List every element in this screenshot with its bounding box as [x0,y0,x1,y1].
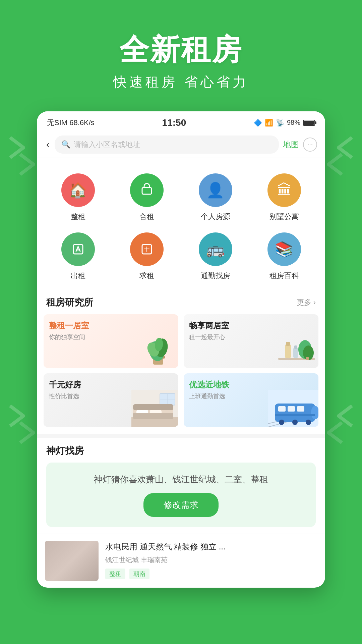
edit-requirements-button[interactable]: 修改需求 [143,493,219,517]
research-card-2[interactable]: 畅享两居室 租一起最开心 [184,314,318,368]
research-card-2-subtitle: 租一起最开心 [189,333,313,341]
research-card-1-subtitle: 你的独享空间 [49,333,173,341]
research-section-header: 租房研究所 更多 › [37,289,325,314]
search-input[interactable]: 请输入小区名或地址 [74,140,140,150]
wifi-icon: 📡 [276,119,284,127]
phone-screen: 无SIM 68.6K/s 11:50 🔷 📶 📡 98% ‹ 🔍 请输入小区名或… [37,111,325,588]
listing-item[interactable]: 水电民用 通天然气 精装修 独立 ... 钱江世纪城 丰瑞南苑 整租 朝南 [37,534,325,588]
status-icons: 🔷 📶 📡 98% [254,119,315,127]
research-card-4[interactable]: 优选近地铁 上班通勤首选 [184,373,318,427]
tongjin-icon: 🚌 [199,232,232,266]
research-grid: 整租一居室 你的独享空间 [37,314,325,434]
listing-location: 钱江世纪城 丰瑞南苑 [105,555,317,565]
research-card-4-content: 优选近地铁 上班通勤首选 [184,373,318,427]
geren-icon: 👤 [199,173,232,207]
status-sim: 无SIM 68.6K/s [47,118,95,128]
category-zhengzu[interactable]: 🏠 整租 [44,168,112,227]
battery-percent: 98% [287,119,300,126]
category-baike[interactable]: 📚 租房百科 [250,227,318,286]
search-input-wrapper[interactable]: 🔍 请输入小区名或地址 [55,136,279,154]
research-card-1-content: 整租一居室 你的独享空间 [44,314,178,368]
phone-mockup: 无SIM 68.6K/s 11:50 🔷 📶 📡 98% ‹ 🔍 请输入小区名或… [0,111,362,608]
magic-card: 神灯猜你喜欢萧山、钱江世纪城、二室、整租 修改需求 [46,463,316,527]
search-bar: ‹ 🔍 请输入小区名或地址 地图 ··· [37,131,325,158]
research-card-3[interactable]: 千元好房 性价比首选 [44,373,178,427]
geren-label: 个人房源 [201,212,230,222]
hero-title: 全新租房 [0,34,362,66]
listing-tag-1: 整租 [105,569,125,579]
battery-icon [303,120,315,126]
research-card-1[interactable]: 整租一居室 你的独享空间 [44,314,178,368]
listing-title: 水电民用 通天然气 精装修 独立 ... [105,541,317,553]
category-chuzu[interactable]: 出租 [44,227,112,286]
magic-section-header: 神灯找房 [46,444,316,463]
svg-rect-4 [146,247,147,252]
listing-thumbnail [45,541,99,581]
listing-info: 水电民用 通天然气 精装修 独立 ... 钱江世纪城 丰瑞南苑 整租 朝南 [105,541,317,579]
chuzu-icon [61,232,95,266]
category-tongjin[interactable]: 🚌 通勤找房 [181,227,250,286]
research-title: 租房研究所 [46,296,93,309]
magic-title: 神灯找房 [46,444,84,457]
zhengzu-icon: 🏠 [61,173,95,207]
qiuzu-label: 求租 [139,271,154,281]
listing-tags: 整租 朝南 [105,569,317,579]
hero-subtitle: 快速租房 省心省力 [0,73,362,91]
status-time: 11:50 [162,117,186,128]
research-more-button[interactable]: 更多 › [297,298,316,308]
magic-guess-text: 神灯猜你喜欢萧山、钱江世纪城、二室、整租 [94,473,268,487]
research-card-3-content: 千元好房 性价比首选 [44,373,178,427]
category-grid: 🏠 整租 合租 👤 个人房源 🏛 别墅公寓 [37,158,325,289]
hezu-icon [130,173,164,207]
status-bar: 无SIM 68.6K/s 11:50 🔷 📶 📡 98% [37,111,325,131]
baike-icon: 📚 [267,232,301,266]
chuzu-label: 出租 [71,271,85,281]
research-card-2-title: 畅享两居室 [189,320,313,331]
tongjin-label: 通勤找房 [201,271,230,281]
signal-icon: 📶 [265,119,273,127]
listing-thumbnail-image [45,541,99,581]
baike-label: 租房百科 [269,271,299,281]
search-icon: 🔍 [61,140,70,149]
svg-rect-0 [142,187,152,194]
bieshu-icon: 🏛 [267,173,301,207]
category-bieshu[interactable]: 🏛 别墅公寓 [250,168,318,227]
category-hezu[interactable]: 合租 [112,168,181,227]
back-button[interactable]: ‹ [45,138,51,151]
category-geren[interactable]: 👤 个人房源 [181,168,250,227]
qiuzu-icon [130,232,164,266]
listing-tag-2: 朝南 [129,569,149,579]
bieshu-label: 别墅公寓 [269,212,299,222]
research-card-4-title: 优选近地铁 [189,379,313,390]
map-button[interactable]: 地图 [283,139,299,150]
category-qiuzu[interactable]: 求租 [112,227,181,286]
more-options-button[interactable]: ··· [303,138,317,152]
bluetooth-icon: 🔷 [254,119,262,127]
research-card-2-content: 畅享两居室 租一起最开心 [184,314,318,368]
research-card-3-title: 千元好房 [49,379,173,390]
magic-search-section: 神灯找房 神灯猜你喜欢萧山、钱江世纪城、二室、整租 修改需求 [37,438,325,534]
divider [37,434,325,438]
zhengzu-label: 整租 [71,212,85,222]
research-card-4-subtitle: 上班通勤首选 [189,392,313,400]
hero-section: 全新租房 快速租房 省心省力 [0,0,362,111]
research-card-1-title: 整租一居室 [49,320,173,331]
research-card-3-subtitle: 性价比首选 [49,392,173,400]
hezu-label: 合租 [139,212,154,222]
